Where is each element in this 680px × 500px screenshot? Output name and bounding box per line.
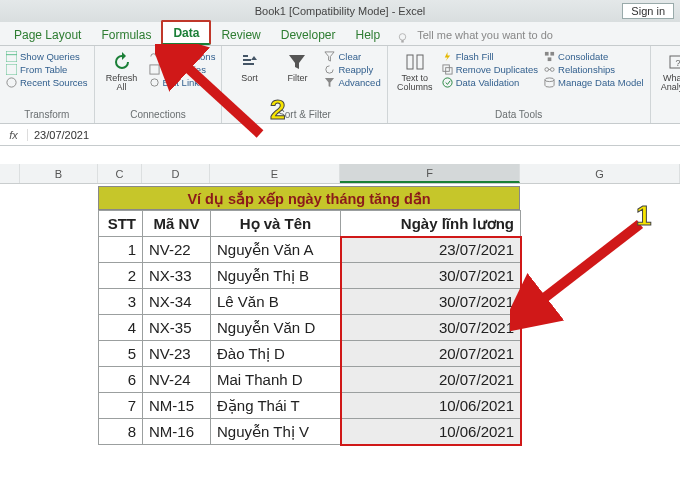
col-header-b[interactable]: B [20, 164, 98, 183]
svg-point-19 [545, 78, 554, 82]
table-icon [6, 51, 17, 62]
cell[interactable]: NV-22 [143, 237, 211, 263]
tell-me[interactable]: Tell me what you want to do [411, 25, 559, 45]
show-queries[interactable]: Show Queries [6, 50, 88, 63]
edit-links[interactable]: Edit Links [149, 76, 216, 89]
cell[interactable]: 30/07/2021 [341, 315, 521, 341]
col-ma[interactable]: Mã NV [143, 211, 211, 237]
col-header-e[interactable]: E [210, 164, 340, 183]
connections[interactable]: Connections [149, 50, 216, 63]
cell[interactable]: NX-34 [143, 289, 211, 315]
refresh-all-button[interactable]: Refresh All [101, 48, 143, 92]
cell[interactable]: 2 [99, 263, 143, 289]
svg-rect-1 [401, 40, 403, 42]
cell[interactable]: 23/07/2021 [341, 237, 521, 263]
group-label-sort-filter: Sort & Filter [228, 109, 380, 123]
col-header-blank[interactable] [0, 164, 20, 183]
consolidate[interactable]: Consolidate [544, 50, 644, 63]
tab-page-layout[interactable]: Page Layout [4, 24, 91, 45]
manage-data-model[interactable]: Manage Data Model [544, 76, 644, 89]
col-header-f[interactable]: F [340, 164, 520, 183]
data-model-icon [544, 77, 555, 88]
col-ngay[interactable]: Ngày lĩnh lương [341, 211, 521, 237]
properties-icon [149, 64, 160, 75]
col-header-g[interactable]: G [520, 164, 680, 183]
data-validation[interactable]: Data Validation [442, 76, 538, 89]
reapply[interactable]: Reapply [324, 63, 380, 76]
cell[interactable]: Nguyễn Thị V [211, 419, 341, 445]
table-row: 5NV-23Đào Thị D20/07/2021 [99, 341, 521, 367]
tab-formulas[interactable]: Formulas [91, 24, 161, 45]
cell[interactable]: NM-16 [143, 419, 211, 445]
svg-rect-2 [6, 51, 17, 62]
cell[interactable]: Nguyễn Thị B [211, 263, 341, 289]
cell[interactable]: Mai Thanh D [211, 367, 341, 393]
cell[interactable]: Lê Văn B [211, 289, 341, 315]
cell[interactable]: Đào Thị D [211, 341, 341, 367]
sort-button[interactable]: Sort [228, 48, 270, 83]
tab-help[interactable]: Help [345, 24, 390, 45]
flash-fill[interactable]: Flash Fill [442, 50, 538, 63]
app-title: Book1 [Compatibility Mode] - Excel [0, 5, 680, 17]
relationships[interactable]: Relationships [544, 63, 644, 76]
tab-data[interactable]: Data [161, 20, 211, 45]
group-label-forecast: Forecast [657, 109, 680, 123]
cell[interactable]: 7 [99, 393, 143, 419]
cell[interactable]: 20/07/2021 [341, 341, 521, 367]
columns-icon [405, 52, 425, 72]
cell[interactable]: 5 [99, 341, 143, 367]
cell[interactable]: NV-23 [143, 341, 211, 367]
svg-rect-15 [548, 57, 552, 61]
link-icon [149, 77, 160, 88]
cell[interactable]: NX-33 [143, 263, 211, 289]
cell[interactable]: 20/07/2021 [341, 367, 521, 393]
cell[interactable]: 30/07/2021 [341, 289, 521, 315]
annotation-2: 2 [270, 96, 286, 124]
cell[interactable]: 10/06/2021 [341, 419, 521, 445]
svg-rect-8 [407, 55, 413, 69]
what-if-button[interactable]: ?What-If Analysis [657, 48, 680, 92]
advanced-filter[interactable]: Advanced [324, 76, 380, 89]
group-label-connections: Connections [101, 109, 216, 123]
tab-developer[interactable]: Developer [271, 24, 346, 45]
svg-rect-4 [6, 64, 17, 75]
cell[interactable]: 3 [99, 289, 143, 315]
cell[interactable]: 6 [99, 367, 143, 393]
cell[interactable]: 30/07/2021 [341, 263, 521, 289]
formula-bar[interactable]: fx 23/07/2021 [0, 124, 680, 146]
col-stt[interactable]: STT [99, 211, 143, 237]
cell[interactable]: NV-24 [143, 367, 211, 393]
svg-rect-9 [417, 55, 423, 69]
svg-point-12 [443, 78, 452, 87]
table-title[interactable]: Ví dụ sắp xếp ngày tháng tăng dần [98, 186, 520, 210]
cell[interactable]: 1 [99, 237, 143, 263]
cell[interactable]: 8 [99, 419, 143, 445]
cell[interactable]: 4 [99, 315, 143, 341]
tab-review[interactable]: Review [211, 24, 270, 45]
remove-duplicates[interactable]: Remove Duplicates [442, 63, 538, 76]
from-table[interactable]: From Table [6, 63, 88, 76]
cell[interactable]: NM-15 [143, 393, 211, 419]
cell[interactable]: NX-35 [143, 315, 211, 341]
filter-icon [287, 52, 307, 72]
col-header-c[interactable]: C [98, 164, 142, 183]
advanced-icon [324, 77, 335, 88]
properties[interactable]: Properties [149, 63, 216, 76]
sign-in-button[interactable]: Sign in [622, 3, 674, 19]
svg-rect-14 [550, 52, 554, 56]
clear-filter[interactable]: Clear [324, 50, 380, 63]
text-to-columns-button[interactable]: Text to Columns [394, 48, 436, 92]
col-ten[interactable]: Họ và Tên [211, 211, 341, 237]
cell[interactable]: Đặng Thái T [211, 393, 341, 419]
table-row: 2NX-33Nguyễn Thị B30/07/2021 [99, 263, 521, 289]
svg-rect-6 [150, 65, 159, 74]
fx-button[interactable]: fx [0, 129, 28, 141]
svg-point-17 [550, 68, 554, 72]
cell[interactable]: Nguyễn Văn A [211, 237, 341, 263]
recent-sources[interactable]: Recent Sources [6, 76, 88, 89]
cell[interactable]: 10/06/2021 [341, 393, 521, 419]
cell[interactable]: Nguyễn Văn D [211, 315, 341, 341]
col-header-d[interactable]: D [142, 164, 210, 183]
consolidate-icon [544, 51, 555, 62]
filter-button[interactable]: Filter [276, 48, 318, 83]
